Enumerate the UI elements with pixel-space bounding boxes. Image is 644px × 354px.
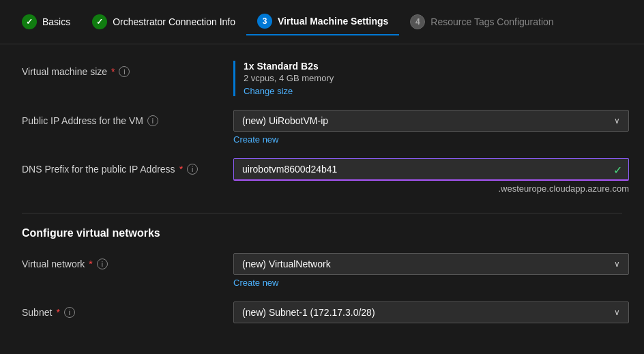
step-resource-tags-icon: 4 bbox=[410, 14, 425, 29]
public-ip-info-icon[interactable]: i bbox=[147, 115, 158, 126]
vm-size-label-container: Virtual machine size * i bbox=[22, 61, 233, 77]
virtual-network-dropdown[interactable]: (new) VirtualNetwork ∨ bbox=[233, 253, 629, 275]
public-ip-label-container: Public IP Address for the VM i bbox=[22, 110, 233, 126]
subnet-selected: (new) Subnet-1 (172.17.3.0/28) bbox=[242, 307, 375, 318]
public-ip-value-container: (new) UiRobotVM-ip ∨ Create new bbox=[233, 110, 629, 145]
virtual-network-label: Virtual network bbox=[22, 259, 85, 269]
dns-prefix-required: * bbox=[179, 164, 183, 175]
step-resource-tags-label: Resource Tags Configuration bbox=[430, 16, 553, 27]
change-size-link[interactable]: Change size bbox=[244, 86, 293, 96]
subnet-chevron-icon: ∨ bbox=[614, 308, 620, 317]
virtual-network-info-icon[interactable]: i bbox=[97, 259, 108, 269]
dns-prefix-label: DNS Prefix for the public IP Address bbox=[22, 164, 175, 175]
dns-prefix-label-container: DNS Prefix for the public IP Address * i bbox=[22, 158, 233, 175]
create-new-ip-link[interactable]: Create new bbox=[233, 134, 278, 145]
vm-size-info-icon[interactable]: i bbox=[119, 66, 130, 77]
dns-suffix-text: .westeurope.cloudapp.azure.com bbox=[233, 183, 629, 194]
vm-size-value: 1x Standard B2s 2 vcpus, 4 GB memory Cha… bbox=[233, 61, 622, 96]
subnet-row: Subnet * i (new) Subnet-1 (172.17.3.0/28… bbox=[22, 301, 622, 329]
public-ip-selected: (new) UiRobotVM-ip bbox=[242, 115, 328, 126]
wizard-navigation: ✓ Basics ✓ Orchestrator Connection Info … bbox=[0, 0, 644, 44]
dns-prefix-value-container: ✓ .westeurope.cloudapp.azure.com bbox=[233, 158, 629, 194]
dns-input-wrapper: ✓ bbox=[233, 158, 629, 181]
dns-prefix-info-icon[interactable]: i bbox=[187, 164, 198, 175]
step-vm-settings-icon: 3 bbox=[257, 14, 272, 29]
step-basics-label: Basics bbox=[42, 16, 70, 27]
dns-prefix-input[interactable] bbox=[233, 158, 629, 181]
wizard-step-orchestrator[interactable]: ✓ Orchestrator Connection Info bbox=[81, 9, 246, 35]
wizard-step-vm-settings[interactable]: 3 Virtual Machine Settings bbox=[246, 8, 399, 35]
vm-size-details: 2 vcpus, 4 GB memory bbox=[244, 73, 622, 83]
vm-size-label: Virtual machine size bbox=[22, 66, 107, 77]
subnet-label: Subnet bbox=[22, 307, 52, 318]
step-orchestrator-icon: ✓ bbox=[92, 14, 107, 29]
virtual-network-label-container: Virtual network * i bbox=[22, 253, 233, 269]
subnet-value-container: (new) Subnet-1 (172.17.3.0/28) ∨ bbox=[233, 301, 629, 323]
create-new-vnet-link[interactable]: Create new bbox=[233, 278, 278, 288]
step-orchestrator-label: Orchestrator Connection Info bbox=[113, 16, 235, 27]
main-content: Virtual machine size * i 1x Standard B2s… bbox=[0, 44, 644, 354]
dns-valid-checkmark-icon: ✓ bbox=[613, 163, 622, 176]
wizard-step-resource-tags[interactable]: 4 Resource Tags Configuration bbox=[399, 9, 564, 35]
dns-prefix-row: DNS Prefix for the public IP Address * i… bbox=[22, 158, 622, 194]
step-basics-icon: ✓ bbox=[22, 14, 37, 29]
subnet-info-icon[interactable]: i bbox=[64, 307, 75, 318]
subnet-label-container: Subnet * i bbox=[22, 301, 233, 318]
subnet-required: * bbox=[56, 307, 59, 318]
virtual-network-chevron-icon: ∨ bbox=[614, 259, 620, 269]
vm-size-required: * bbox=[111, 66, 115, 77]
virtual-network-selected: (new) VirtualNetwork bbox=[242, 259, 331, 269]
vm-size-name: 1x Standard B2s bbox=[244, 61, 622, 72]
section-divider bbox=[22, 213, 622, 213]
public-ip-row: Public IP Address for the VM i (new) UiR… bbox=[22, 110, 622, 145]
virtual-network-row: Virtual network * i (new) VirtualNetwork… bbox=[22, 253, 622, 288]
virtual-network-required: * bbox=[89, 259, 92, 269]
virtual-network-value-container: (new) VirtualNetwork ∨ Create new bbox=[233, 253, 629, 288]
wizard-step-basics[interactable]: ✓ Basics bbox=[11, 9, 81, 35]
public-ip-dropdown[interactable]: (new) UiRobotVM-ip ∨ bbox=[233, 110, 629, 132]
vm-size-row: Virtual machine size * i 1x Standard B2s… bbox=[22, 61, 622, 96]
public-ip-label: Public IP Address for the VM bbox=[22, 115, 143, 126]
public-ip-chevron-icon: ∨ bbox=[614, 116, 620, 126]
virtual-networks-section-header: Configure virtual networks bbox=[22, 227, 622, 239]
subnet-dropdown[interactable]: (new) Subnet-1 (172.17.3.0/28) ∨ bbox=[233, 301, 629, 323]
step-vm-settings-label: Virtual Machine Settings bbox=[278, 16, 388, 27]
